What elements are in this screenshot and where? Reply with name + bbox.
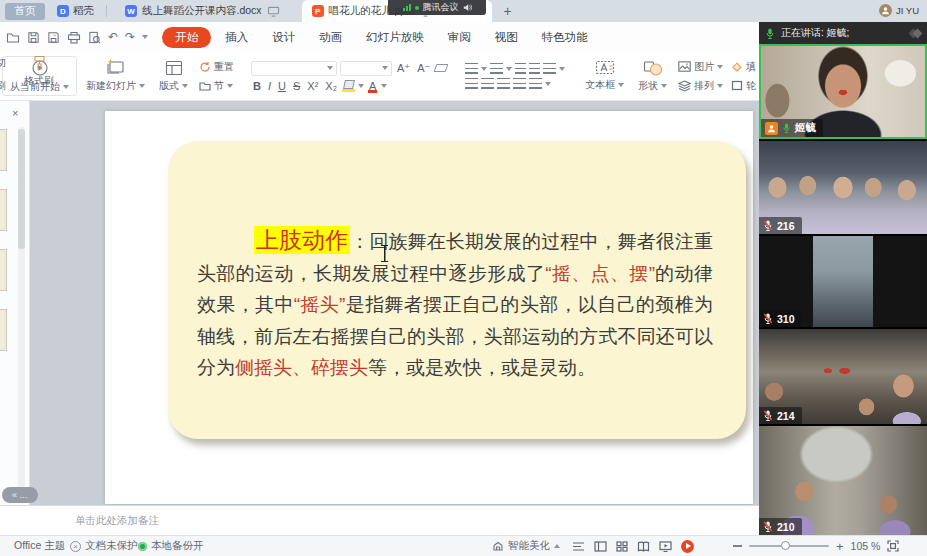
textbox-button[interactable]: 文本框 xyxy=(578,52,631,100)
section-button[interactable]: 节 xyxy=(199,79,234,93)
slide-thumbnail[interactable] xyxy=(0,249,7,291)
collapse-thumbnails-button[interactable]: « … xyxy=(2,487,38,503)
font-size-combo[interactable] xyxy=(340,61,392,76)
home-tab[interactable]: 首页 xyxy=(5,3,45,20)
meeting-logo-icon xyxy=(910,30,921,37)
tab-home[interactable]: 开始 xyxy=(162,27,211,48)
highlight-color-icon[interactable] xyxy=(342,80,355,92)
tab-special-features[interactable]: 特色功能 xyxy=(532,27,598,48)
slide-rounded-panel[interactable]: 上肢动作：回族舞在长期发展的过程中，舞者很注重头部的运动，长期发展过程中逐步形成… xyxy=(168,141,746,439)
cut-button-clipped[interactable]: 切 xyxy=(0,56,6,70)
format-painter-button[interactable]: 格式刷 xyxy=(24,55,54,88)
fill-button-clipped[interactable]: 填 xyxy=(731,60,756,74)
bullet-list-icon[interactable] xyxy=(465,63,478,74)
redo-icon[interactable]: ↷ xyxy=(125,31,135,43)
increase-indent-icon[interactable] xyxy=(529,63,540,74)
slide[interactable]: 上肢动作：回族舞在长期发展的过程中，舞者很注重头部的运动，长期发展过程中逐步形成… xyxy=(105,111,753,504)
smart-beautify-button[interactable]: 智能美化 xyxy=(492,536,560,556)
arrange-button[interactable]: 排列 xyxy=(678,79,723,93)
bold-button[interactable]: B xyxy=(251,80,263,92)
italic-button[interactable]: I xyxy=(266,80,273,92)
backup-indicator[interactable]: 本地备份开 xyxy=(138,536,204,556)
slide-thumbnail[interactable] xyxy=(0,189,7,231)
caret-down-icon xyxy=(618,83,624,87)
tab-insert[interactable]: 插入 xyxy=(215,27,258,48)
reading-view-icon[interactable] xyxy=(637,541,650,552)
save-as-icon[interactable] xyxy=(47,31,60,44)
grow-font-button[interactable]: A⁺ xyxy=(395,62,412,75)
font-name-combo[interactable] xyxy=(251,61,337,76)
save-icon[interactable] xyxy=(27,31,40,44)
theme-indicator[interactable]: Office 主题 xyxy=(14,536,65,556)
reset-button[interactable]: 重置 xyxy=(199,60,234,74)
shapes-button[interactable]: 形状 xyxy=(631,52,674,100)
video-tile[interactable]: 310 xyxy=(759,236,927,327)
thumbnail-scrollbar[interactable] xyxy=(18,127,25,495)
slide-body-text[interactable]: 上肢动作：回族舞在长期发展的过程中，舞者很注重头部的运动，长期发展过程中逐步形成… xyxy=(197,225,713,384)
print-preview-icon[interactable] xyxy=(88,31,101,44)
strikethrough-button[interactable]: S xyxy=(291,80,302,92)
video-tile-speaker[interactable]: 姬毓 xyxy=(759,44,927,139)
normal-view-icon[interactable] xyxy=(594,541,607,552)
zoom-slider-knob[interactable] xyxy=(781,541,790,550)
tab-design[interactable]: 设计 xyxy=(262,27,305,48)
align-center-icon[interactable] xyxy=(481,78,494,89)
slideshow-view-icon[interactable] xyxy=(659,541,672,552)
numbered-list-icon[interactable] xyxy=(490,63,503,74)
speaker-icon[interactable] xyxy=(463,3,472,12)
zoom-level[interactable]: 105 % xyxy=(851,540,881,552)
zoom-in-icon[interactable]: + xyxy=(836,539,844,554)
font-color-button[interactable]: A xyxy=(367,80,378,92)
reset-label: 重置 xyxy=(214,60,234,74)
open-file-icon[interactable] xyxy=(6,31,20,44)
quick-access-caret-icon[interactable] xyxy=(142,35,148,39)
slide-sorter-icon[interactable] xyxy=(616,541,628,552)
meeting-mini-bar-label: 腾讯会议 xyxy=(423,1,459,14)
scrollbar-thumb[interactable] xyxy=(18,129,25,249)
caret-down-icon[interactable] xyxy=(381,84,387,88)
print-icon[interactable] xyxy=(67,31,81,44)
share-to-device-icon[interactable] xyxy=(267,6,280,17)
zoom-slider[interactable] xyxy=(749,545,829,547)
align-left-icon[interactable] xyxy=(465,78,478,89)
justify-icon[interactable] xyxy=(513,78,526,89)
tab-docx[interactable]: W 线上舞蹈公开课内容.docx xyxy=(117,0,288,22)
caret-down-icon xyxy=(545,82,551,86)
play-slideshow-button[interactable] xyxy=(681,540,694,553)
text-direction-icon[interactable] xyxy=(543,63,556,74)
new-slide-button[interactable]: 新建幻灯片 xyxy=(79,52,152,100)
tab-review[interactable]: 审阅 xyxy=(438,27,481,48)
outline-button-clipped[interactable]: 轮 xyxy=(731,79,756,93)
brush-button-clipped[interactable]: 刷 xyxy=(0,79,6,93)
slide-thumbnail[interactable] xyxy=(0,129,7,171)
fit-to-window-icon[interactable] xyxy=(887,540,899,552)
meeting-mini-bar[interactable]: 腾讯会议 xyxy=(388,0,486,15)
line-spacing-icon[interactable] xyxy=(529,78,542,89)
zoom-out-icon[interactable] xyxy=(733,545,742,547)
slide-layout-button[interactable]: 版式 xyxy=(152,52,195,100)
undo-icon[interactable]: ↶ xyxy=(108,31,118,43)
underline-button[interactable]: U xyxy=(276,80,288,92)
video-tile[interactable]: 214 xyxy=(759,329,927,424)
video-tile[interactable]: 210 xyxy=(759,426,927,535)
slide-thumbnail[interactable] xyxy=(0,309,7,351)
caret-down-icon[interactable] xyxy=(358,84,364,88)
theme-label: Office 主题 xyxy=(14,539,65,553)
clear-format-icon[interactable] xyxy=(434,64,449,72)
superscript-button[interactable]: X² xyxy=(305,80,320,92)
tab-view[interactable]: 视图 xyxy=(485,27,528,48)
tab-animation[interactable]: 动画 xyxy=(309,27,352,48)
account-chip[interactable]: JI YU xyxy=(879,4,919,17)
decrease-indent-icon[interactable] xyxy=(515,63,526,74)
subscript-button[interactable]: X₂ xyxy=(323,80,339,92)
video-tile[interactable]: 216 xyxy=(759,141,927,234)
outline-view-icon[interactable] xyxy=(572,541,585,552)
picture-button[interactable]: 图片 xyxy=(678,60,723,74)
new-tab-button[interactable]: + xyxy=(504,3,512,19)
shrink-font-button[interactable]: A⁻ xyxy=(415,62,432,75)
protection-indicator[interactable]: × 文档未保护 xyxy=(70,536,138,556)
tab-slideshow[interactable]: 幻灯片放映 xyxy=(356,27,434,48)
align-right-icon[interactable] xyxy=(497,78,510,89)
docer-tab[interactable]: D 稻壳 xyxy=(57,4,94,18)
close-panel-icon[interactable]: × xyxy=(12,107,18,119)
